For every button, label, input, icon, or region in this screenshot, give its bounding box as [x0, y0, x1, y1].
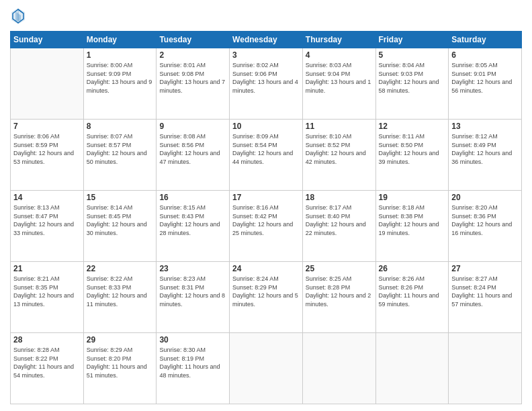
day-info: Sunrise: 8:08 AMSunset: 8:56 PMDaylight:… [159, 132, 226, 166]
calendar-cell: 8Sunrise: 8:07 AMSunset: 8:57 PMDaylight… [83, 120, 157, 191]
calendar-cell: 30Sunrise: 8:30 AMSunset: 8:19 PMDayligh… [157, 333, 230, 404]
calendar-cell: 9Sunrise: 8:08 AMSunset: 8:56 PMDaylight… [157, 120, 230, 191]
day-number: 2 [159, 50, 226, 60]
calendar-cell: 21Sunrise: 8:21 AMSunset: 8:35 PMDayligh… [11, 262, 84, 333]
day-number: 9 [159, 122, 226, 131]
calendar-cell: 2Sunrise: 8:01 AMSunset: 9:08 PMDaylight… [157, 48, 230, 120]
day-number: 20 [451, 193, 519, 202]
day-info: Sunrise: 8:07 AMSunset: 8:57 PMDaylight:… [87, 132, 154, 166]
day-info: Sunrise: 8:12 AMSunset: 8:49 PMDaylight:… [451, 132, 519, 166]
calendar-cell [11, 48, 84, 120]
calendar-header-row: SundayMondayTuesdayWednesdayThursdayFrid… [11, 32, 522, 48]
day-number: 28 [13, 335, 81, 345]
day-info: Sunrise: 8:13 AMSunset: 8:47 PMDaylight:… [13, 203, 81, 237]
day-info: Sunrise: 8:04 AMSunset: 9:03 PMDaylight:… [379, 61, 446, 95]
calendar-cell: 26Sunrise: 8:26 AMSunset: 8:26 PMDayligh… [375, 262, 449, 333]
day-number: 1 [87, 50, 154, 60]
day-info: Sunrise: 8:26 AMSunset: 8:26 PMDaylight:… [379, 275, 446, 308]
calendar-cell: 4Sunrise: 8:03 AMSunset: 9:04 PMDaylight… [302, 48, 375, 120]
calendar-week-row: 21Sunrise: 8:21 AMSunset: 8:35 PMDayligh… [11, 262, 522, 333]
day-info: Sunrise: 8:02 AMSunset: 9:06 PMDaylight:… [232, 61, 300, 95]
calendar-cell [449, 333, 522, 404]
day-info: Sunrise: 8:23 AMSunset: 8:31 PMDaylight:… [159, 275, 226, 308]
day-info: Sunrise: 8:14 AMSunset: 8:45 PMDaylight:… [87, 203, 154, 237]
day-number: 17 [232, 193, 300, 202]
calendar-cell: 10Sunrise: 8:09 AMSunset: 8:54 PMDayligh… [230, 120, 303, 191]
calendar-cell [302, 333, 375, 404]
calendar-cell: 20Sunrise: 8:20 AMSunset: 8:36 PMDayligh… [449, 191, 522, 262]
calendar-cell: 16Sunrise: 8:15 AMSunset: 8:43 PMDayligh… [157, 191, 230, 262]
weekday-header: Thursday [302, 32, 375, 48]
day-info: Sunrise: 8:24 AMSunset: 8:29 PMDaylight:… [232, 275, 300, 308]
calendar-week-row: 1Sunrise: 8:00 AMSunset: 9:09 PMDaylight… [11, 48, 522, 120]
day-info: Sunrise: 8:27 AMSunset: 8:24 PMDaylight:… [451, 275, 519, 308]
day-number: 19 [379, 193, 446, 202]
day-number: 5 [379, 50, 446, 60]
calendar-cell: 14Sunrise: 8:13 AMSunset: 8:47 PMDayligh… [11, 191, 84, 262]
day-info: Sunrise: 8:18 AMSunset: 8:38 PMDaylight:… [379, 203, 446, 237]
weekday-header: Sunday [11, 32, 84, 48]
calendar-cell: 12Sunrise: 8:11 AMSunset: 8:50 PMDayligh… [375, 120, 449, 191]
calendar-cell: 13Sunrise: 8:12 AMSunset: 8:49 PMDayligh… [449, 120, 522, 191]
day-info: Sunrise: 8:10 AMSunset: 8:52 PMDaylight:… [306, 132, 373, 166]
day-number: 7 [13, 122, 81, 131]
day-info: Sunrise: 8:30 AMSunset: 8:19 PMDaylight:… [159, 346, 226, 379]
day-number: 10 [232, 122, 300, 131]
day-info: Sunrise: 8:25 AMSunset: 8:28 PMDaylight:… [306, 275, 373, 308]
calendar-cell: 23Sunrise: 8:23 AMSunset: 8:31 PMDayligh… [157, 262, 230, 333]
calendar-cell [230, 333, 303, 404]
day-info: Sunrise: 8:28 AMSunset: 8:22 PMDaylight:… [13, 346, 81, 379]
day-number: 12 [379, 122, 446, 131]
day-info: Sunrise: 8:03 AMSunset: 9:04 PMDaylight:… [306, 61, 373, 95]
calendar-cell: 7Sunrise: 8:06 AMSunset: 8:59 PMDaylight… [11, 120, 84, 191]
day-number: 24 [232, 264, 300, 273]
day-info: Sunrise: 8:21 AMSunset: 8:35 PMDaylight:… [13, 275, 81, 308]
weekday-header: Saturday [449, 32, 522, 48]
calendar-cell: 28Sunrise: 8:28 AMSunset: 8:22 PMDayligh… [11, 333, 84, 404]
day-number: 23 [159, 264, 226, 273]
calendar-cell: 15Sunrise: 8:14 AMSunset: 8:45 PMDayligh… [83, 191, 157, 262]
day-number: 18 [306, 193, 373, 202]
calendar-week-row: 28Sunrise: 8:28 AMSunset: 8:22 PMDayligh… [11, 333, 522, 404]
calendar-cell: 29Sunrise: 8:29 AMSunset: 8:20 PMDayligh… [83, 333, 157, 404]
day-info: Sunrise: 8:20 AMSunset: 8:36 PMDaylight:… [451, 203, 519, 237]
calendar-cell: 17Sunrise: 8:16 AMSunset: 8:42 PMDayligh… [230, 191, 303, 262]
day-number: 22 [87, 264, 154, 273]
calendar-cell: 1Sunrise: 8:00 AMSunset: 9:09 PMDaylight… [83, 48, 157, 120]
day-number: 6 [451, 50, 519, 60]
day-info: Sunrise: 8:05 AMSunset: 9:01 PMDaylight:… [451, 61, 519, 95]
day-number: 4 [306, 50, 373, 60]
calendar-cell: 6Sunrise: 8:05 AMSunset: 9:01 PMDaylight… [449, 48, 522, 120]
day-info: Sunrise: 8:15 AMSunset: 8:43 PMDaylight:… [159, 203, 226, 237]
calendar-cell: 22Sunrise: 8:22 AMSunset: 8:33 PMDayligh… [83, 262, 157, 333]
calendar-cell: 18Sunrise: 8:17 AMSunset: 8:40 PMDayligh… [302, 191, 375, 262]
day-number: 13 [451, 122, 519, 131]
day-number: 29 [87, 335, 154, 345]
day-info: Sunrise: 8:22 AMSunset: 8:33 PMDaylight:… [87, 275, 154, 308]
calendar-cell: 27Sunrise: 8:27 AMSunset: 8:24 PMDayligh… [449, 262, 522, 333]
calendar-cell: 5Sunrise: 8:04 AMSunset: 9:03 PMDaylight… [375, 48, 449, 120]
weekday-header: Friday [375, 32, 449, 48]
weekday-header: Monday [83, 32, 157, 48]
day-number: 26 [379, 264, 446, 273]
day-number: 11 [306, 122, 373, 131]
logo [10, 7, 29, 26]
day-number: 8 [87, 122, 154, 131]
day-number: 14 [13, 193, 81, 202]
page: SundayMondayTuesdayWednesdayThursdayFrid… [0, 0, 532, 411]
day-number: 15 [87, 193, 154, 202]
day-info: Sunrise: 8:17 AMSunset: 8:40 PMDaylight:… [306, 203, 373, 237]
logo-icon [10, 7, 26, 26]
header [10, 7, 522, 26]
day-info: Sunrise: 8:00 AMSunset: 9:09 PMDaylight:… [87, 61, 154, 95]
weekday-header: Tuesday [157, 32, 230, 48]
calendar-table: SundayMondayTuesdayWednesdayThursdayFrid… [10, 31, 522, 404]
day-info: Sunrise: 8:29 AMSunset: 8:20 PMDaylight:… [87, 346, 154, 379]
calendar-cell: 25Sunrise: 8:25 AMSunset: 8:28 PMDayligh… [302, 262, 375, 333]
day-info: Sunrise: 8:09 AMSunset: 8:54 PMDaylight:… [232, 132, 300, 166]
day-number: 3 [232, 50, 300, 60]
day-info: Sunrise: 8:06 AMSunset: 8:59 PMDaylight:… [13, 132, 81, 166]
day-info: Sunrise: 8:11 AMSunset: 8:50 PMDaylight:… [379, 132, 446, 166]
weekday-header: Wednesday [230, 32, 303, 48]
day-number: 16 [159, 193, 226, 202]
